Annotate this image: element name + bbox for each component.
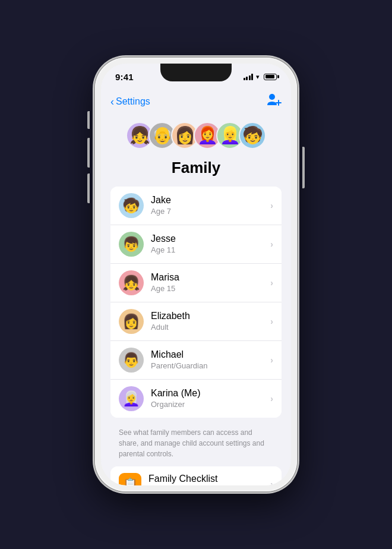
member-marisa-text: Marisa Age 15 — [151, 272, 267, 294]
chevron-icon: › — [270, 479, 273, 485]
member-marisa[interactable]: 👧 Marisa Age 15 › — [110, 264, 282, 302]
member-michael[interactable]: 👨 Michael Parent/Guardian › — [110, 341, 282, 380]
chevron-icon: › — [270, 239, 273, 249]
status-bar: 9:41 ▾ — [101, 64, 291, 90]
member-marisa-name: Marisa — [151, 272, 267, 284]
wifi-icon: ▾ — [256, 73, 260, 81]
back-label: Settings — [116, 96, 150, 107]
avatar-elizabeth: 👩 — [119, 309, 144, 334]
member-elizabeth-name: Elizabeth — [151, 310, 267, 323]
family-checklist-item[interactable]: 📋 Family Checklist All set › — [110, 466, 282, 485]
add-person-icon — [266, 92, 282, 108]
notch — [160, 64, 232, 81]
member-michael-sub: Parent/Guardian — [151, 361, 267, 371]
chevron-icon: › — [270, 201, 273, 210]
member-michael-name: Michael — [151, 349, 267, 361]
member-jesse-name: Jesse — [151, 233, 267, 245]
member-jake-name: Jake — [151, 194, 267, 207]
back-button[interactable]: ‹ Settings — [110, 96, 150, 108]
navigation-bar: ‹ Settings — [101, 90, 291, 116]
mute-button — [87, 111, 90, 129]
avatar-marisa: 👧 — [119, 270, 144, 295]
chevron-icon: › — [270, 317, 273, 326]
checklist-text: Family Checklist All set — [148, 473, 267, 485]
power-button — [302, 147, 305, 188]
avatar-karina: 👩‍🦳 — [119, 386, 144, 411]
volume-up-button — [87, 138, 90, 168]
checklist-name: Family Checklist — [148, 473, 267, 485]
avatar-michael: 👨 — [119, 348, 144, 373]
family-description: See what family members can access and s… — [101, 422, 291, 466]
signal-icon — [244, 73, 254, 80]
avatar-jake: 🧒 — [119, 193, 144, 218]
member-karina[interactable]: 👩‍🦳 Karina (Me) Organizer › — [110, 380, 282, 418]
battery-icon — [264, 74, 277, 80]
add-person-button[interactable] — [266, 92, 282, 111]
family-checklist-section: 📋 Family Checklist All set › — [110, 466, 282, 485]
content-area: 👧 👴 👩 👩‍🦰 👱‍♀️ 🧒 Family 🧒 Jake Age 7 › — [101, 116, 291, 485]
member-jake-text: Jake Age 7 — [151, 194, 267, 217]
checklist-icon: 📋 — [119, 473, 141, 485]
member-jesse[interactable]: 👦 Jesse Age 11 › — [110, 225, 282, 264]
status-icons: ▾ — [244, 73, 277, 81]
member-karina-name: Karina (Me) — [151, 387, 267, 400]
member-elizabeth-sub: Adult — [151, 323, 267, 333]
chevron-icon: › — [270, 394, 273, 403]
family-members-list: 🧒 Jake Age 7 › 👦 Jesse Age 11 › — [110, 187, 282, 418]
svg-point-0 — [269, 94, 275, 100]
family-avatars-row: 👧 👴 👩 👩‍🦰 👱‍♀️ 🧒 — [101, 116, 291, 154]
member-karina-text: Karina (Me) Organizer — [151, 387, 267, 410]
phone-screen: 9:41 ▾ ‹ Settings — [101, 64, 291, 485]
member-jake-sub: Age 7 — [151, 207, 267, 217]
back-chevron-icon: ‹ — [110, 96, 114, 108]
member-jesse-text: Jesse Age 11 — [151, 233, 267, 255]
chevron-icon: › — [270, 278, 273, 288]
avatar-jesse: 👦 — [119, 232, 144, 257]
member-karina-sub: Organizer — [151, 400, 267, 410]
member-elizabeth[interactable]: 👩 Elizabeth Adult › — [110, 302, 282, 341]
phone-frame: 9:41 ▾ ‹ Settings — [95, 58, 297, 491]
chevron-icon: › — [270, 355, 273, 365]
family-avatar-6[interactable]: 🧒 — [239, 122, 266, 149]
member-jesse-sub: Age 11 — [151, 245, 267, 255]
status-time: 9:41 — [115, 72, 134, 82]
member-michael-text: Michael Parent/Guardian — [151, 349, 267, 371]
member-elizabeth-text: Elizabeth Adult — [151, 310, 267, 333]
member-jake[interactable]: 🧒 Jake Age 7 › — [110, 187, 282, 225]
member-marisa-sub: Age 15 — [151, 284, 267, 294]
volume-down-button — [87, 173, 90, 203]
page-title: Family — [101, 154, 291, 187]
